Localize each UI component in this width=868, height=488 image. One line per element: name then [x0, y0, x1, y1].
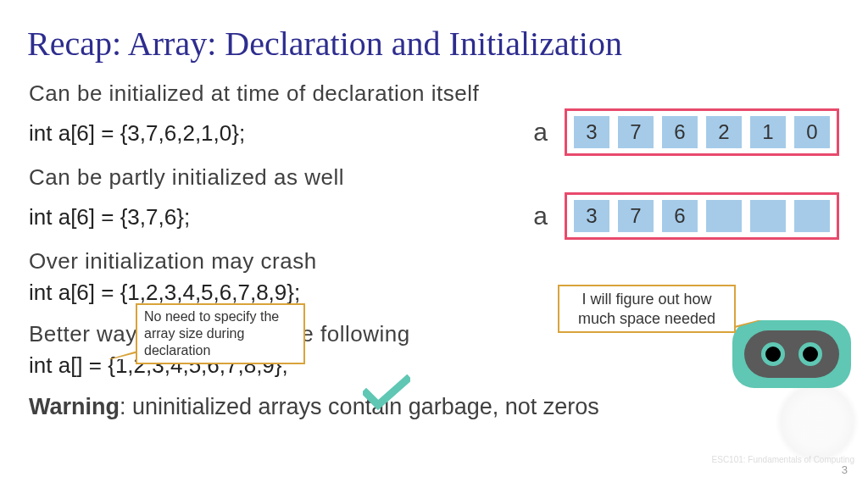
array-label: a: [533, 115, 548, 150]
page-number: 3: [842, 463, 848, 476]
watermark-seal-icon: [775, 380, 860, 464]
robot-face: [744, 330, 839, 378]
callout-tail-icon: [732, 320, 761, 329]
warning-line: Warning: uninitialized arrays contain ga…: [29, 391, 839, 422]
array-cell: [794, 200, 830, 232]
array-cell: 3: [574, 116, 609, 148]
section-full-init: Can be initialized at time of declaratio…: [29, 79, 839, 156]
code-line: int a[6] = {3,7,6};: [29, 202, 190, 232]
warning-bold: Warning: [29, 394, 120, 419]
checkmark-icon: [363, 374, 410, 412]
array-cell: 7: [618, 116, 654, 148]
array-cell: 6: [662, 116, 698, 148]
text-line: Over initialization may crash: [29, 247, 839, 276]
array-label: a: [533, 199, 548, 234]
array-cell: 7: [618, 200, 654, 232]
callout-figure-out: I will figure out how much space needed: [558, 285, 736, 333]
text-line: Can be partly initialized as well: [29, 163, 839, 192]
robot-eye-icon: [761, 342, 785, 366]
robot-eye-icon: [798, 342, 822, 366]
code-line: int a[6] = {3,7,6,2,1,0};: [29, 119, 245, 148]
array-cell: [706, 200, 742, 232]
robot-character: [732, 320, 851, 388]
array-cell: [750, 200, 786, 232]
page-title: Recap: Array: Declaration and Initializa…: [0, 0, 868, 64]
warning-text: : uninitialized arrays contain garbage, …: [120, 394, 599, 419]
array-cell: 1: [750, 116, 786, 148]
array-visual: 3 7 6 2 1 0: [565, 108, 839, 156]
array-visual: 3 7 6: [565, 192, 839, 240]
text-line: Can be initialized at time of declaratio…: [29, 79, 839, 108]
section-partial-init: Can be partly initialized as well int a[…: [29, 163, 839, 240]
array-cell: 6: [662, 200, 698, 232]
array-cell: 0: [794, 116, 830, 148]
callout-tail-icon: [108, 351, 137, 359]
array-cell: 2: [706, 116, 742, 148]
callout-no-size: No need to specify the array size during…: [136, 303, 305, 364]
array-cell: 3: [574, 200, 609, 232]
watermark-text: ESC101: Fundamentals of Computing: [712, 455, 854, 464]
